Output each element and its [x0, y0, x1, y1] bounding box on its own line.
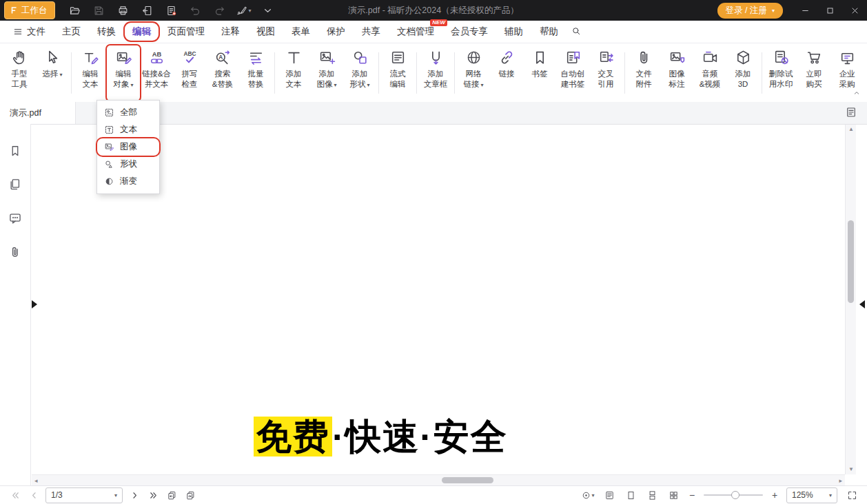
text-viewer-button[interactable]: [602, 488, 616, 502]
facing-view-button[interactable]: [666, 488, 680, 502]
horizontal-scroll-thumb[interactable]: [442, 477, 493, 483]
prev-view-button[interactable]: [165, 488, 178, 502]
tab-active-document[interactable]: 演示.pdf: [0, 102, 76, 124]
ribbon-add-shape[interactable]: 添加形状▾: [343, 45, 376, 101]
zoom-in-button[interactable]: +: [771, 490, 779, 500]
dropdown-item-text[interactable]: 文本: [97, 121, 159, 138]
menu-search-button[interactable]: [566, 23, 586, 41]
ribbon-link-merge-text[interactable]: 链接&合并文本: [140, 45, 173, 101]
zoom-slider-knob[interactable]: [731, 491, 740, 499]
scroll-up-arrow-icon[interactable]: ▲: [848, 126, 854, 132]
menu-edit[interactable]: 编辑: [125, 23, 159, 41]
dropdown-item-shape[interactable]: 形状: [97, 156, 159, 173]
print-button[interactable]: [114, 2, 132, 19]
fit-screen-button[interactable]: [845, 488, 859, 502]
ribbon-image-annotation[interactable]: 图像标注: [660, 45, 693, 101]
menu-view[interactable]: 视图: [249, 23, 283, 41]
comments-panel-button[interactable]: [6, 209, 25, 227]
article-box-icon: [427, 49, 445, 66]
workspace-button[interactable]: 工作台: [4, 1, 55, 19]
collapse-ribbon-button[interactable]: [850, 88, 863, 98]
ribbon-audio-video[interactable]: 音频&视频: [693, 45, 726, 101]
export-pdf-button[interactable]: [139, 2, 156, 19]
ribbon-add-text[interactable]: 添加文本: [277, 45, 310, 101]
ribbon-edit-object[interactable]: 编辑对象▾: [107, 45, 140, 101]
ribbon-auto-create-bookmark[interactable]: 自动创建书签: [556, 45, 589, 101]
menu-page-manage[interactable]: 页面管理: [160, 23, 212, 41]
ribbon-batch-replace[interactable]: 批量替换: [239, 45, 272, 101]
dropdown-item-gradient[interactable]: 渐变: [97, 173, 159, 190]
ribbon-add-article-box[interactable]: 添加文章框: [419, 45, 452, 101]
link-icon: [498, 49, 516, 66]
ribbon-file-attachment[interactable]: 文件附件: [627, 45, 660, 101]
menu-file[interactable]: 文件: [6, 23, 53, 41]
continuous-view-button[interactable]: [645, 488, 659, 502]
ribbon-web-link[interactable]: 网络链接▾: [457, 45, 490, 101]
reading-mode-button[interactable]: ▾: [581, 488, 595, 502]
hamburger-icon: [13, 27, 23, 36]
zoom-slider[interactable]: [704, 494, 763, 496]
expand-right-panel-handle[interactable]: [859, 300, 865, 308]
open-folder-button[interactable]: [66, 2, 84, 19]
prev-page-button[interactable]: [27, 488, 41, 502]
menu-convert[interactable]: 转换: [90, 23, 123, 41]
menu-protect[interactable]: 保护: [319, 23, 353, 41]
menu-form[interactable]: 表单: [284, 23, 318, 41]
menu-assist[interactable]: 辅助: [497, 23, 531, 41]
scroll-down-arrow-icon[interactable]: ▼: [848, 466, 854, 472]
next-view-button[interactable]: [183, 488, 197, 502]
scroll-left-arrow-icon[interactable]: ◂: [34, 477, 38, 484]
dropdown-item-image[interactable]: 图像: [97, 138, 159, 156]
zoom-level-dropdown[interactable]: 125% ▾: [786, 487, 837, 503]
reading-layout-button[interactable]: [845, 106, 859, 120]
ribbon-cross-reference[interactable]: 交叉引用: [589, 45, 622, 101]
signature-button[interactable]: ▾: [235, 2, 253, 19]
last-page-button[interactable]: [146, 488, 160, 502]
menu-doc-manage[interactable]: 文档管理NEW: [389, 23, 442, 41]
reading-mode-icon: [581, 490, 591, 501]
ribbon-remove-trial-watermark[interactable]: 删除试用水印: [764, 45, 797, 101]
ribbon-hand-tool[interactable]: 手型工具: [3, 45, 36, 101]
ribbon-add-image[interactable]: 添加图像▾: [310, 45, 343, 101]
minimize-button[interactable]: [793, 0, 817, 21]
login-register-button[interactable]: 登录 / 注册 ▾: [717, 3, 783, 19]
ribbon-add-3d[interactable]: 添加3D: [726, 45, 759, 101]
zoom-out-button[interactable]: −: [688, 490, 696, 500]
ribbon-spell-check[interactable]: 拼写检查: [173, 45, 206, 101]
redo-button[interactable]: [211, 2, 229, 19]
vertical-scroll-thumb[interactable]: [848, 220, 854, 303]
ribbon-edit-text[interactable]: 编辑文本: [74, 45, 107, 101]
save-button[interactable]: [90, 2, 108, 19]
ribbon-buy-now[interactable]: 立即购买: [797, 45, 830, 101]
attachments-panel-button[interactable]: [6, 243, 25, 261]
ribbon-search-replace[interactable]: 搜索&替换: [206, 45, 239, 101]
expand-left-panel-handle[interactable]: [32, 300, 37, 308]
ribbon-link[interactable]: 链接: [490, 45, 523, 101]
pages-panel-button[interactable]: [6, 176, 25, 193]
login-label: 登录 / 注册: [726, 5, 767, 17]
vertical-scrollbar[interactable]: ▲ ▼: [845, 124, 856, 474]
bookmarks-panel-button[interactable]: [6, 142, 25, 160]
scroll-right-arrow-icon[interactable]: ▸: [839, 477, 842, 484]
page-indicator-dropdown[interactable]: 1/3 ▾: [45, 487, 123, 503]
create-pdf-button[interactable]: [163, 2, 181, 19]
dropdown-item-all[interactable]: 全部: [97, 104, 159, 121]
menu-share[interactable]: 共享: [354, 23, 388, 41]
single-page-view-button[interactable]: [624, 488, 638, 502]
ribbon-select[interactable]: 选择▾: [36, 45, 69, 101]
horizontal-scrollbar[interactable]: ◂ ▸: [32, 474, 845, 485]
menu-help[interactable]: 帮助: [532, 23, 566, 41]
add-image-icon: [318, 49, 336, 66]
maximize-button[interactable]: [817, 0, 842, 21]
close-button[interactable]: [842, 0, 867, 21]
undo-button[interactable]: [187, 2, 205, 19]
ribbon-license-manage[interactable]: 授权管理: [864, 45, 867, 101]
menu-comment[interactable]: 注释: [214, 23, 247, 41]
collapse-toolbar-button[interactable]: [259, 2, 277, 19]
ribbon-flow-edit[interactable]: 流式编辑: [381, 45, 414, 101]
first-page-button[interactable]: [8, 488, 22, 502]
ribbon-bookmark[interactable]: 书签: [523, 45, 556, 101]
menu-member[interactable]: 会员专享: [443, 23, 496, 41]
next-page-button[interactable]: [127, 488, 141, 502]
menu-home[interactable]: 主页: [54, 23, 88, 41]
